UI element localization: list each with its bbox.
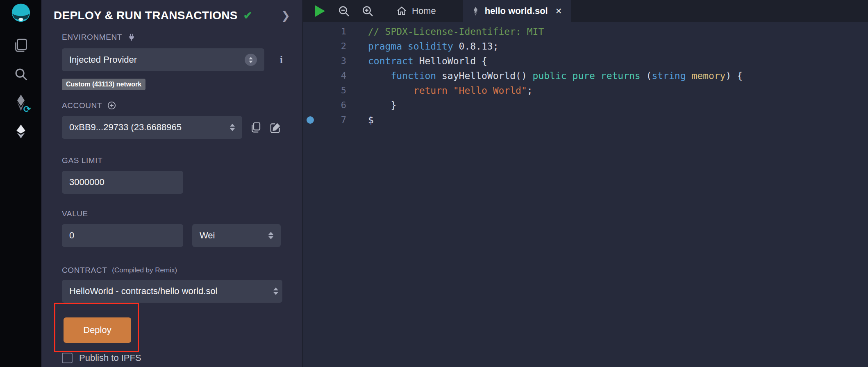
breakpoint-margin[interactable] <box>303 24 318 39</box>
environment-value: Injected Provider <box>69 54 245 65</box>
value-unit-select[interactable]: Wei <box>192 224 281 247</box>
deploy-button[interactable]: Deploy <box>64 317 131 343</box>
breakpoint-margin[interactable] <box>303 83 318 98</box>
zoom-out-button[interactable] <box>337 0 350 22</box>
contract-sublabel: (Compiled by Remix) <box>112 266 177 274</box>
line-number[interactable]: 4 <box>318 68 346 83</box>
panel-body: ENVIRONMENT Injected Provider i Custom (… <box>41 33 302 363</box>
gas-limit-field <box>62 171 183 194</box>
play-icon <box>315 5 325 17</box>
publish-row: Publish to IPFS <box>62 353 291 363</box>
gas-limit-input[interactable] <box>69 177 176 188</box>
zoom-in-icon <box>361 5 374 18</box>
compiler-refresh-icon: ⟳ <box>23 105 31 114</box>
panel-header: DEPLOY & RUN TRANSACTIONS ✔ ❯ <box>41 0 302 22</box>
account-select[interactable]: 0xBB9...29733 (23.6688965 <box>62 116 242 139</box>
code-line: 7$ <box>303 113 868 127</box>
gas-limit-label: GAS LIMIT <box>62 156 102 165</box>
environment-row: Injected Provider i <box>62 48 291 71</box>
code-text[interactable]: return "Hello World"; <box>346 83 533 98</box>
network-badge: Custom (43113) network <box>62 79 145 90</box>
remix-logo-icon[interactable] <box>11 3 30 22</box>
tab-home-label: Home <box>412 6 436 16</box>
pencil-square-icon <box>269 121 282 134</box>
line-number[interactable]: 2 <box>318 39 346 54</box>
contract-label: CONTRACT <box>62 266 107 275</box>
search-icon[interactable] <box>11 65 30 84</box>
contract-select[interactable]: HelloWorld - contracts/hello world.sol <box>62 280 282 303</box>
value-label: VALUE <box>62 209 88 218</box>
code-text[interactable]: // SPDX-License-Identifier: MIT <box>346 24 544 39</box>
zoom-in-button[interactable] <box>361 0 374 22</box>
deploy-panel: DEPLOY & RUN TRANSACTIONS ✔ ❯ ENVIRONMEN… <box>41 0 303 367</box>
code-line: 6 } <box>303 98 868 113</box>
account-label-row: ACCOUNT <box>62 101 291 110</box>
solidity-compiler-icon[interactable]: ⟳ <box>11 93 30 112</box>
line-number[interactable]: 6 <box>318 98 346 113</box>
network-badge-row: Custom (43113) network <box>62 79 291 90</box>
code-area: 1// SPDX-License-Identifier: MIT2pragma … <box>303 22 868 367</box>
editor-tabbar: Home hello world.sol ✕ <box>303 0 868 22</box>
code-text[interactable]: $ <box>346 113 374 127</box>
breakpoint-dot-icon <box>307 116 314 124</box>
remix-app: ⟳ DEPLOY & RUN TRANSACTIONS ✔ ❯ ENVIRONM… <box>0 0 868 367</box>
tab-home[interactable]: Home <box>391 0 442 22</box>
chevron-right-icon[interactable]: ❯ <box>281 9 290 22</box>
line-number[interactable]: 1 <box>318 24 346 39</box>
account-row: 0xBB9...29733 (23.6688965 <box>62 116 291 139</box>
value-unit: Wei <box>200 230 264 241</box>
solidity-file-icon <box>472 7 479 16</box>
environment-label-row: ENVIRONMENT <box>62 33 291 42</box>
plus-circle-icon[interactable] <box>107 101 116 110</box>
select-arrows-icon <box>230 124 235 131</box>
select-arrows-icon <box>273 288 278 295</box>
value-label-row: VALUE <box>62 209 291 218</box>
deploy-and-run-icon[interactable] <box>11 122 30 141</box>
breakpoint-margin[interactable] <box>303 54 318 68</box>
breakpoint-gutter[interactable] <box>303 113 318 127</box>
breakpoint-margin[interactable] <box>303 68 318 83</box>
tab-hello-world-sol[interactable]: hello world.sol ✕ <box>463 0 571 22</box>
account-label: ACCOUNT <box>62 101 102 110</box>
value-field <box>62 224 183 247</box>
environment-label: ENVIRONMENT <box>62 33 122 42</box>
home-icon <box>396 6 407 16</box>
select-arrows-icon <box>268 232 273 239</box>
line-number[interactable]: 5 <box>318 83 346 98</box>
contract-label-row: CONTRACT (Compiled by Remix) <box>62 266 291 275</box>
code-line: 1// SPDX-License-Identifier: MIT <box>303 24 868 39</box>
run-script-button[interactable] <box>315 0 325 22</box>
line-number[interactable]: 3 <box>318 54 346 68</box>
environment-select[interactable]: Injected Provider <box>62 48 264 71</box>
value-row: Wei <box>62 224 291 247</box>
code-lines: 1// SPDX-License-Identifier: MIT2pragma … <box>303 24 868 127</box>
breakpoint-margin[interactable] <box>303 39 318 54</box>
code-text[interactable]: pragma solidity 0.8.13; <box>346 39 499 54</box>
panel-title: DEPLOY & RUN TRANSACTIONS <box>54 9 238 22</box>
copy-icon <box>250 121 262 134</box>
code-text[interactable]: function sayHelloWorld() public pure ret… <box>346 68 743 83</box>
provider-status-icon <box>245 54 257 66</box>
contract-value: HelloWorld - contracts/hello world.sol <box>69 286 273 297</box>
account-value: 0xBB9...29733 (23.6688965 <box>69 122 226 133</box>
deploy-row: Deploy <box>62 317 291 343</box>
editor: Home hello world.sol ✕ 1// SPDX-License-… <box>303 0 868 367</box>
copy-account-button[interactable] <box>250 121 262 134</box>
breakpoint-margin[interactable] <box>303 98 318 113</box>
zoom-out-icon <box>337 5 350 18</box>
code-text[interactable]: contract HelloWorld { <box>346 54 487 68</box>
edit-account-button[interactable] <box>269 121 282 134</box>
publish-checkbox[interactable] <box>62 353 73 363</box>
code-text[interactable]: } <box>346 98 396 113</box>
code-line: 4 function sayHelloWorld() public pure r… <box>303 68 868 83</box>
line-number[interactable]: 7 <box>318 113 346 127</box>
tab-file-label: hello world.sol <box>485 6 548 16</box>
value-input[interactable] <box>69 230 176 241</box>
icon-sidebar: ⟳ <box>0 0 41 367</box>
info-icon[interactable]: i <box>280 54 283 66</box>
code-line: 2pragma solidity 0.8.13; <box>303 39 868 54</box>
code-line: 3contract HelloWorld { <box>303 54 868 68</box>
gas-limit-label-row: GAS LIMIT <box>62 156 291 165</box>
file-explorer-icon[interactable] <box>11 36 30 55</box>
close-tab-icon[interactable]: ✕ <box>555 6 562 16</box>
